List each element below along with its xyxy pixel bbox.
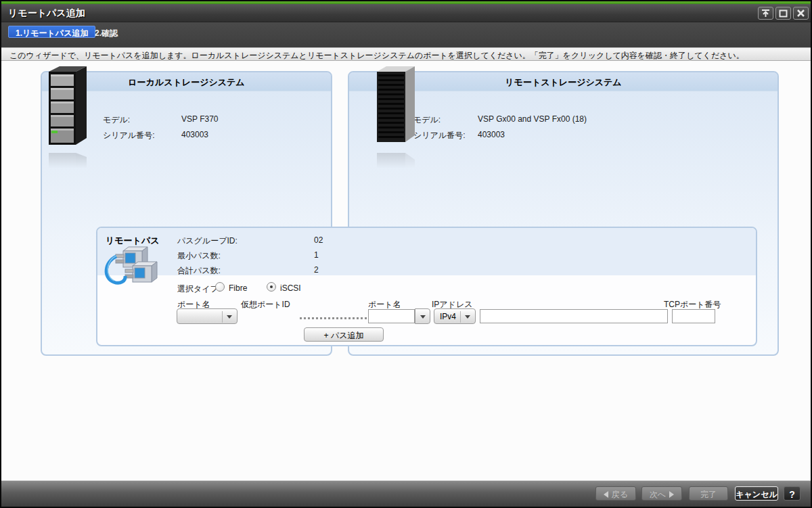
detach-window-button[interactable] xyxy=(758,7,773,20)
window-title: リモートパス追加 xyxy=(8,7,85,20)
local-port-select[interactable] xyxy=(177,308,238,324)
cancel-button[interactable]: キャンセル xyxy=(735,486,778,501)
chevron-down-icon xyxy=(465,315,470,319)
fibre-radio[interactable] xyxy=(215,282,225,292)
remote-storage-rack-image xyxy=(374,66,418,180)
iscsi-radio-label[interactable]: iSCSI xyxy=(280,283,301,293)
remote-port-input[interactable] xyxy=(368,309,415,323)
local-serial-label: シリアル番号: xyxy=(103,130,154,141)
total-paths-label: 合計パス数: xyxy=(177,265,221,277)
chevron-down-icon xyxy=(420,315,426,319)
footer-bar: 戻る 次へ 完了 キャンセル ? xyxy=(1,480,811,507)
wizard-content: ローカルストレージシステム モデル: VSP F370 シリアル番号: 4030… xyxy=(1,61,811,482)
total-paths-value: 2 xyxy=(314,265,319,275)
fibre-radio-label[interactable]: Fibre xyxy=(229,283,247,293)
step-separator: > xyxy=(81,28,86,37)
step-2-confirm: 2.確認 xyxy=(95,28,118,39)
local-model-value: VSP F370 xyxy=(181,114,218,124)
wizard-instruction-bar: このウィザードで、リモートパスを追加します。ローカルストレージシステムとリモート… xyxy=(1,47,811,61)
path-connection-dotted-line xyxy=(300,317,367,319)
iscsi-radio[interactable] xyxy=(267,282,276,292)
local-storage-rack-image xyxy=(46,66,89,180)
remote-port-select-button[interactable] xyxy=(415,308,430,324)
ip-version-select[interactable]: IPv4 xyxy=(434,308,476,324)
local-serial-value: 403003 xyxy=(181,130,208,139)
remote-model-value: VSP Gx00 and VSP Fx00 (18) xyxy=(478,114,587,124)
chevron-down-icon xyxy=(227,315,232,319)
tcp-port-input[interactable] xyxy=(672,309,715,323)
ip-address-input[interactable] xyxy=(480,309,668,323)
wizard-window: リモートパス追加 1.リモートパス追加 > 2.確認 このウィザードで、リモート… xyxy=(0,0,812,508)
remote-serial-value: 403003 xyxy=(478,130,505,139)
close-window-button[interactable] xyxy=(793,7,809,20)
wizard-steps: 1.リモートパス追加 > 2.確認 xyxy=(1,22,811,47)
local-model-label: モデル: xyxy=(103,114,130,126)
min-paths-value: 1 xyxy=(314,250,319,260)
path-group-id-label: パスグループID: xyxy=(177,235,238,247)
path-group-id-value: 02 xyxy=(314,235,323,245)
path-connector-icon xyxy=(103,246,164,291)
min-paths-label: 最小パス数: xyxy=(177,250,221,262)
next-arrow-icon xyxy=(669,491,674,498)
remote-model-label: モデル: xyxy=(413,114,441,126)
remote-serial-label: シリアル番号: xyxy=(413,130,465,141)
back-button[interactable]: 戻る xyxy=(595,486,636,501)
virtual-port-column-label: 仮想ポートID xyxy=(241,299,290,310)
instruction-text: このウィザードで、リモートパスを追加します。ローカルストレージシステムとリモート… xyxy=(9,50,744,62)
finish-button[interactable]: 完了 xyxy=(689,486,728,501)
ip-version-value: IPv4 xyxy=(440,312,456,321)
select-type-label: 選択タイプ: xyxy=(177,283,221,295)
back-arrow-icon xyxy=(604,491,608,498)
next-button[interactable]: 次へ xyxy=(641,486,682,501)
remote-path-panel: リモートパス xyxy=(96,227,757,346)
add-path-button[interactable]: + パス追加 xyxy=(304,327,384,342)
titlebar: リモートパス追加 xyxy=(1,4,811,22)
help-button[interactable]: ? xyxy=(784,486,800,501)
maximize-window-button[interactable] xyxy=(775,7,791,20)
